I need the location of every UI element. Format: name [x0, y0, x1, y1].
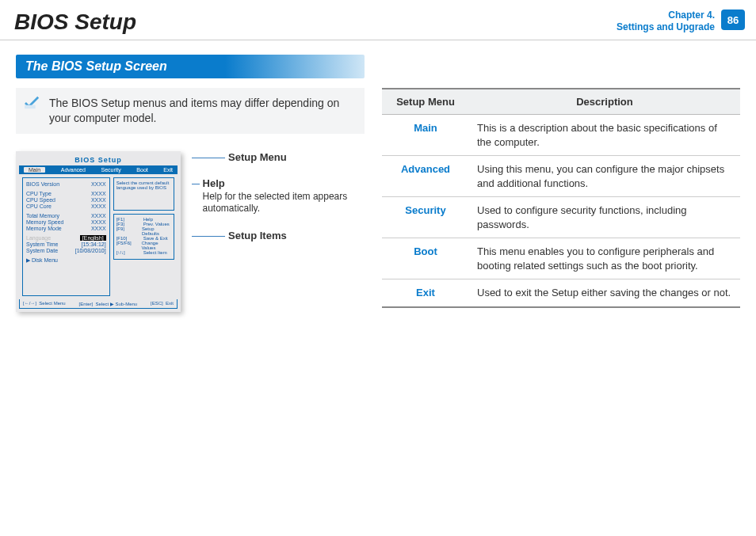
bios-items-panel: BIOS VersionXXXX CPU TypeXXXX CPU SpeedX… — [22, 177, 110, 296]
callout-setup-items: Setup Items — [228, 230, 287, 241]
bios-tab-main: Main — [24, 167, 45, 173]
bios-window-title: BIOS Setup — [19, 154, 178, 165]
bios-footer-keys: [←/→] Select Menu [Enter] Select ▶ Sub-M… — [19, 299, 178, 309]
note-text: The BIOS Setup menus and items may diffe… — [49, 97, 339, 124]
bios-tab-boot: Boot — [136, 167, 147, 173]
chapter-box: Chapter 4. Settings and Upgrade 86 — [617, 10, 745, 33]
table-header-menu: Setup Menu — [382, 89, 469, 115]
table-header-desc: Description — [469, 89, 740, 115]
chapter-label: Chapter 4. Settings and Upgrade — [617, 10, 715, 33]
section-heading: The BIOS Setup Screen — [16, 55, 365, 78]
bios-tab-bar: Main Advanced Security Boot Exit — [19, 165, 178, 174]
table-row: ExitUsed to exit the Setup either saving… — [382, 279, 740, 307]
callouts: Setup Menu Help Help for the selected it… — [192, 151, 365, 312]
bios-tab-security: Security — [101, 167, 120, 173]
check-note-icon — [24, 96, 41, 110]
bios-tab-exit: Exit — [163, 167, 173, 173]
table-row: BootThis menu enables you to configure p… — [382, 238, 740, 279]
table-row: AdvancedUsing this menu, you can configu… — [382, 156, 740, 197]
bios-diagram: BIOS Setup Main Advanced Security Boot E… — [16, 151, 365, 312]
bios-tab-advanced: Advanced — [61, 167, 86, 173]
description-table: Setup Menu Description MainThis is a des… — [382, 88, 740, 308]
bios-help-panel: Select the current default language used… — [113, 177, 174, 211]
table-row: MainThis is a description about the basi… — [382, 115, 740, 156]
page-number-badge: 86 — [721, 10, 745, 30]
table-row: SecurityUsed to configure security funct… — [382, 197, 740, 238]
bios-keys-panel: [F1]Help [F3]Prev. Values [F9]Setup Defa… — [113, 214, 174, 260]
page-header: BIOS Setup Chapter 4. Settings and Upgra… — [0, 0, 756, 35]
bios-screenshot: BIOS Setup Main Advanced Security Boot E… — [16, 151, 181, 312]
callout-setup-menu: Setup Menu — [228, 151, 287, 163]
callout-help: Help Help for the selected item appears … — [203, 177, 365, 215]
header-rule — [0, 40, 756, 40]
page-title: BIOS Setup — [14, 10, 136, 35]
svg-rect-0 — [25, 105, 35, 109]
note-box: The BIOS Setup menus and items may diffe… — [16, 88, 365, 134]
